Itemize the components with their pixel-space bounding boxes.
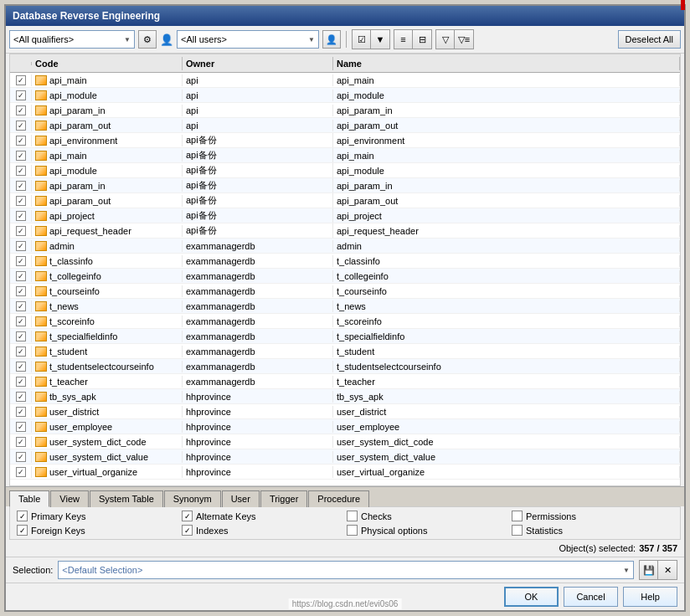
table-row[interactable]: ✓ t_classinfo exammanagerdb t_classinfo xyxy=(10,254,680,269)
table-row[interactable]: ✓ api_param_out api备份 api_param_out xyxy=(10,193,680,208)
table-row[interactable]: ✓ t_scoreinfo exammanagerdb t_scoreinfo xyxy=(10,314,680,329)
row-check[interactable]: ✓ xyxy=(10,90,32,101)
table-row[interactable]: ✓ api_environment api备份 api_environment xyxy=(10,133,680,148)
table-row[interactable]: ✓ user_virtual_organize hhprovince user_… xyxy=(10,465,680,480)
tab-trigger[interactable]: Trigger xyxy=(260,490,307,507)
table-row[interactable]: ✓ t_specialfieldinfo exammanagerdb t_spe… xyxy=(10,329,680,344)
row-check[interactable]: ✓ xyxy=(10,300,32,312)
table-row[interactable]: ✓ t_collegeinfo exammanagerdb t_collegei… xyxy=(10,269,680,284)
table-row[interactable]: ✓ user_system_dict_value hhprovince user… xyxy=(10,449,680,465)
row-check[interactable]: ✓ xyxy=(10,421,32,433)
table-row[interactable]: ✓ t_student exammanagerdb t_student xyxy=(10,344,680,359)
row-owner: exammanagerdb xyxy=(183,240,333,252)
tab-procedure[interactable]: Procedure xyxy=(308,490,369,507)
row-check[interactable]: ✓ xyxy=(10,180,32,192)
option-checkbox[interactable] xyxy=(347,511,358,521)
table-row[interactable]: ✓ api_param_out api api_param_out xyxy=(10,118,680,133)
tab-view[interactable]: View xyxy=(50,490,89,507)
table-row[interactable]: ✓ t_courseinfo exammanagerdb t_courseinf… xyxy=(10,284,680,299)
row-check[interactable]: ✓ xyxy=(10,361,32,372)
table-row[interactable]: ✓ user_employee hhprovince user_employee xyxy=(10,419,680,434)
option-checkbox[interactable]: ✓ xyxy=(17,511,28,521)
option-permissions[interactable]: Permissions xyxy=(512,511,673,521)
option-checkbox[interactable] xyxy=(347,525,358,536)
row-check[interactable]: ✓ xyxy=(10,195,32,207)
row-check[interactable]: ✓ xyxy=(10,165,32,177)
table-row[interactable]: ✓ admin exammanagerdb admin xyxy=(10,239,680,254)
option-checkbox[interactable] xyxy=(512,525,523,536)
row-check[interactable]: ✓ xyxy=(10,466,32,478)
row-check[interactable]: ✓ xyxy=(10,74,32,86)
table-row[interactable]: ✓ api_main api api_main xyxy=(10,73,680,88)
table-row[interactable]: ✓ api_param_in api备份 api_param_in xyxy=(10,178,680,193)
filter-options-btn[interactable]: ▽≡ xyxy=(455,30,473,49)
qualifier-dropdown[interactable]: <All qualifiers> ▼ xyxy=(9,30,135,49)
row-check[interactable]: ✓ xyxy=(10,436,32,448)
cancel-button[interactable]: Cancel xyxy=(564,587,618,607)
option-physical-options[interactable]: Physical options xyxy=(347,525,508,536)
table-row[interactable]: ✓ api_request_header api备份 api_request_h… xyxy=(10,223,680,239)
table-row[interactable]: ✓ t_news exammanagerdb t_news xyxy=(10,299,680,314)
option-primary-keys[interactable]: ✓ Primary Keys xyxy=(17,511,178,521)
list-view-btn[interactable]: ≡ xyxy=(394,30,413,49)
option-checks[interactable]: Checks xyxy=(347,511,508,521)
ok-button[interactable]: OK xyxy=(504,587,559,607)
row-check[interactable]: ✓ xyxy=(10,225,32,237)
tab-table[interactable]: Table xyxy=(9,490,49,507)
row-check[interactable]: ✓ xyxy=(10,451,32,463)
row-check[interactable]: ✓ xyxy=(10,406,32,418)
table-body[interactable]: ✓ api_main api api_main ✓ api_module api… xyxy=(10,73,680,485)
table-row[interactable]: ✓ api_project api备份 api_project xyxy=(10,208,680,223)
user-properties-btn[interactable]: 👤 xyxy=(322,30,341,49)
table-row[interactable]: ✓ user_district hhprovince user_district xyxy=(10,404,680,419)
row-name: api_project xyxy=(333,210,680,222)
table-row[interactable]: ✓ user_system_dict_code hhprovince user_… xyxy=(10,434,680,449)
selection-delete-btn[interactable]: ✕ xyxy=(658,561,677,579)
option-checkbox[interactable] xyxy=(512,511,523,521)
row-check[interactable]: ✓ xyxy=(10,240,32,252)
row-check[interactable]: ✓ xyxy=(10,270,32,282)
deselect-all-button[interactable]: Deselect All xyxy=(618,30,681,49)
detail-view-btn[interactable]: ⊟ xyxy=(413,30,431,49)
row-check[interactable]: ✓ xyxy=(10,105,32,116)
table-row[interactable]: ✓ api_param_in api api_param_in xyxy=(10,103,680,118)
table-row[interactable]: ✓ t_studentselectcourseinfo exammanagerd… xyxy=(10,359,680,374)
tab-synonym[interactable]: Synonym xyxy=(164,490,221,507)
option-checkbox[interactable]: ✓ xyxy=(182,525,193,536)
user-dropdown[interactable]: <All users> ▼ xyxy=(177,30,319,49)
status-row: Object(s) selected: 357 / 357 xyxy=(6,540,684,557)
option-checkbox[interactable]: ✓ xyxy=(17,525,28,536)
row-owner: exammanagerdb xyxy=(183,255,333,267)
option-checkbox[interactable]: ✓ xyxy=(182,511,193,521)
tab-user[interactable]: User xyxy=(222,490,260,507)
row-check[interactable]: ✓ xyxy=(10,210,32,222)
row-check[interactable]: ✓ xyxy=(10,135,32,146)
option-alternate-keys[interactable]: ✓ Alternate Keys xyxy=(182,511,343,521)
option-foreign-keys[interactable]: ✓ Foreign Keys xyxy=(17,525,178,536)
table-row[interactable]: ✓ t_teacher exammanagerdb t_teacher xyxy=(10,374,680,389)
tab-system-table[interactable]: System Table xyxy=(90,490,163,507)
row-check[interactable]: ✓ xyxy=(10,391,32,403)
table-row[interactable]: ✓ api_module api api_module xyxy=(10,88,680,103)
row-check[interactable]: ✓ xyxy=(10,150,32,162)
option-statistics[interactable]: Statistics xyxy=(512,525,673,536)
row-check[interactable]: ✓ xyxy=(10,255,32,267)
table-row[interactable]: ✓ api_main api备份 api_main xyxy=(10,148,680,163)
table-row[interactable]: ✓ api_module api备份 api_module xyxy=(10,163,680,178)
dropdown-select-btn[interactable]: ▼ xyxy=(371,30,389,49)
table-row[interactable]: ✓ tb_sys_apk hhprovince tb_sys_apk xyxy=(10,389,680,404)
select-all-btn[interactable]: ☑ xyxy=(353,30,371,49)
row-check[interactable]: ✓ xyxy=(10,376,32,388)
selection-save-btn[interactable]: 💾 xyxy=(640,561,658,579)
table-icon xyxy=(35,151,47,161)
option-indexes[interactable]: ✓ Indexes xyxy=(182,525,343,536)
row-check[interactable]: ✓ xyxy=(10,120,32,131)
selection-dropdown[interactable]: <Default Selection> ▼ xyxy=(58,561,634,579)
qualifier-btn[interactable]: ⚙ xyxy=(138,30,157,49)
row-check[interactable]: ✓ xyxy=(10,316,32,327)
help-button[interactable]: Help xyxy=(623,587,677,607)
row-check[interactable]: ✓ xyxy=(10,331,32,342)
filter-btn[interactable]: ▽ xyxy=(436,30,455,49)
row-check[interactable]: ✓ xyxy=(10,285,32,297)
row-check[interactable]: ✓ xyxy=(10,346,32,357)
